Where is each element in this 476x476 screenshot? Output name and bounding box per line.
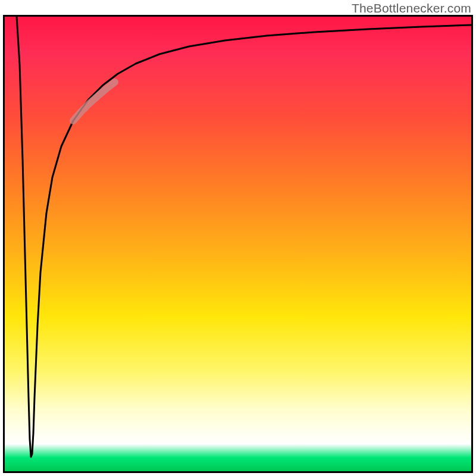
bottleneck-curve xyxy=(5,17,471,471)
chart-root: TheBottlenecker.com xyxy=(0,0,476,476)
watermark-text: TheBottlenecker.com xyxy=(352,1,471,15)
plot-area xyxy=(3,15,473,473)
